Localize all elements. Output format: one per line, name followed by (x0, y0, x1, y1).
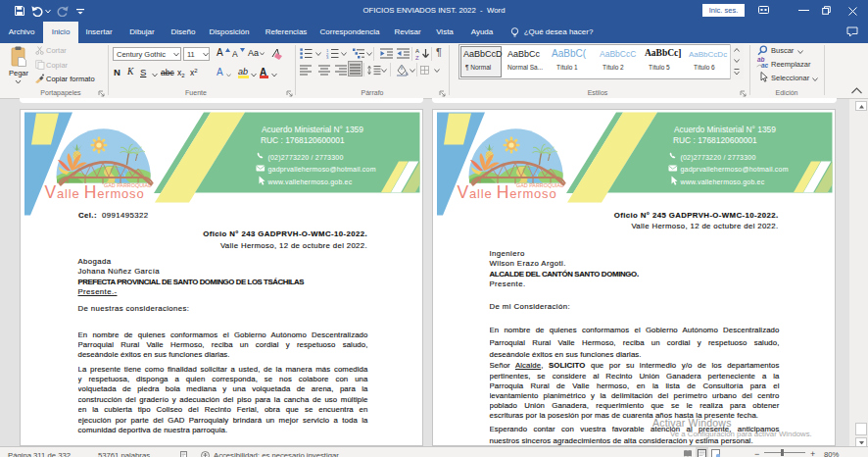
svg-text:Z: Z (415, 55, 419, 60)
svg-text:A: A (415, 48, 419, 54)
svg-text:3: 3 (326, 55, 329, 59)
